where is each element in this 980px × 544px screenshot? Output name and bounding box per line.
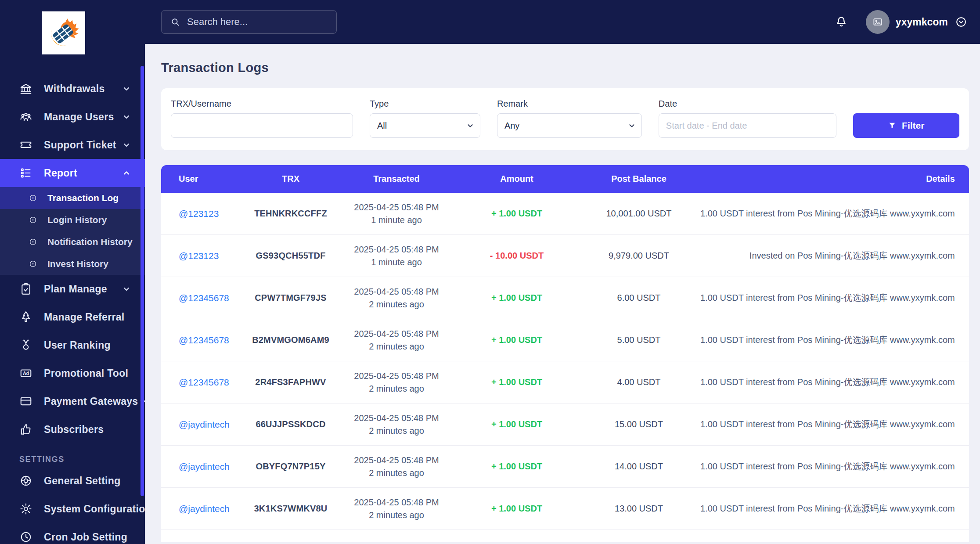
sidebar-item-cron-job-setting[interactable]: Cron Job Setting bbox=[0, 523, 145, 544]
transacted-date: 2025-04-25 05:48 PM bbox=[337, 243, 456, 256]
sidebar-item-label: User Ranking bbox=[44, 339, 132, 351]
post-balance-cell: 13.00 USDT bbox=[577, 504, 700, 514]
sidebar-item-general-setting[interactable]: General Setting bbox=[0, 467, 145, 495]
sidebar-item-system-configuration[interactable]: System Configuration bbox=[0, 495, 145, 523]
chevron-down-icon bbox=[121, 140, 132, 150]
user-link[interactable]: @jaydintech bbox=[179, 419, 230, 429]
sidebar-item-support-ticket[interactable]: Support Ticket bbox=[0, 131, 145, 159]
sidebar-item-user-ranking[interactable]: User Ranking bbox=[0, 331, 145, 359]
avatar[interactable] bbox=[866, 10, 890, 34]
sidebar-item-manage-referral[interactable]: Manage Referral bbox=[0, 303, 145, 331]
sidebar-item-label: Plan Manage bbox=[44, 283, 121, 295]
user-link[interactable]: @12345678 bbox=[179, 335, 229, 345]
transacted-cell: 2025-04-25 05:48 PM 2 minutes ago bbox=[337, 285, 456, 311]
sidebar-item-payment-gateways[interactable]: Payment Gateways bbox=[0, 387, 145, 415]
search-input[interactable] bbox=[187, 16, 328, 28]
user-link[interactable]: @jaydintech bbox=[179, 504, 230, 514]
circle-dot-icon bbox=[28, 259, 38, 269]
trx-code: B2MVMGOM6AM9 bbox=[245, 335, 337, 345]
column-transacted: Transacted bbox=[337, 174, 456, 184]
svg-text:Ad: Ad bbox=[23, 371, 29, 376]
sidebar-item-plan-manage[interactable]: Plan Manage bbox=[0, 275, 145, 303]
solar-logo-icon bbox=[45, 14, 83, 52]
sidebar-subitem-transaction-log[interactable]: Transaction Log bbox=[0, 187, 145, 209]
sidebar-item-manage-users[interactable]: Manage Users bbox=[0, 103, 145, 131]
sidebar-submenu: Transaction Log Login History Notificati… bbox=[0, 187, 145, 275]
date-range-input[interactable] bbox=[659, 113, 836, 138]
details-cell: 1.00 USDT interest from Pos Mining-优选源码库… bbox=[700, 334, 969, 346]
table-row: @123123 GS93QCH55TDF 2025-04-25 05:48 PM… bbox=[161, 235, 969, 277]
users-group-icon bbox=[19, 110, 32, 123]
sidebar-subitem-login-history[interactable]: Login History bbox=[0, 209, 145, 231]
chevron-down-icon bbox=[121, 284, 132, 294]
search-icon bbox=[169, 16, 181, 28]
remark-select[interactable]: Any bbox=[497, 113, 642, 138]
sidebar-scrollbar[interactable] bbox=[141, 66, 144, 496]
transacted-cell: 2025-04-25 05:48 PM 1 minute ago bbox=[337, 201, 456, 227]
username[interactable]: yxymkcom bbox=[896, 16, 948, 28]
sidebar-subitem-invest-history[interactable]: Invest History bbox=[0, 253, 145, 275]
image-placeholder-icon bbox=[872, 16, 883, 28]
brand-logo[interactable] bbox=[42, 11, 85, 54]
trx-code: 66UJJPSSKDCD bbox=[245, 419, 337, 429]
transacted-ago: 2 minutes ago bbox=[337, 509, 456, 522]
amount-cell: + 1.00 USDT bbox=[456, 461, 577, 472]
sidebar-item-label: Manage Referral bbox=[44, 311, 132, 323]
sidebar-subitem-notification-history[interactable]: Notification History bbox=[0, 231, 145, 253]
trx-code: CPW7TMGF79JS bbox=[245, 293, 337, 303]
transacted-cell: 2025-04-25 05:48 PM 2 minutes ago bbox=[337, 412, 456, 437]
trx-username-input[interactable] bbox=[171, 113, 353, 138]
transacted-ago: 2 minutes ago bbox=[337, 298, 456, 311]
thumb-up-icon bbox=[19, 423, 32, 436]
sidebar-item-subscribers[interactable]: Subscribers bbox=[0, 415, 145, 443]
transacted-date: 2025-04-25 05:48 PM bbox=[337, 370, 456, 382]
chevron-down-icon bbox=[121, 83, 132, 94]
amount-cell: + 1.00 USDT bbox=[456, 335, 577, 345]
filter-button[interactable]: Filter bbox=[853, 113, 959, 138]
circle-dot-icon bbox=[28, 237, 38, 247]
sidebar-item-withdrawals[interactable]: Withdrawals bbox=[0, 75, 145, 103]
transacted-cell: 2025-04-25 05:48 PM 2 minutes ago bbox=[337, 370, 456, 395]
transacted-ago: 1 minute ago bbox=[337, 214, 456, 227]
ad-icon: Ad bbox=[19, 367, 32, 380]
transacted-ago: 2 minutes ago bbox=[337, 425, 456, 437]
search-box[interactable] bbox=[161, 10, 337, 34]
details-cell: 1.00 USDT interest from Pos Mining-优选源码库… bbox=[700, 208, 969, 220]
sidebar-nav: Withdrawals Manage Users Support Ticket … bbox=[0, 75, 145, 443]
user-link[interactable]: @123123 bbox=[179, 209, 219, 219]
transacted-date: 2025-04-25 05:48 PM bbox=[337, 285, 456, 298]
user-link[interactable]: @jaydintech bbox=[179, 461, 230, 472]
sidebar-item-label: General Setting bbox=[44, 475, 132, 487]
circle-dot-icon bbox=[28, 215, 38, 225]
chevron-down-icon bbox=[121, 112, 132, 122]
amount-cell: + 1.00 USDT bbox=[456, 209, 577, 219]
notification-bell-icon[interactable] bbox=[834, 15, 848, 29]
table-row: @12345678 B2MVMGOM6AM9 2025-04-25 05:48 … bbox=[161, 319, 969, 361]
column-user: User bbox=[161, 174, 245, 184]
user-link[interactable]: @12345678 bbox=[179, 293, 229, 303]
topbar-right: yxymkcom bbox=[834, 10, 967, 34]
filter-panel: TRX/Username Type All Remark bbox=[161, 88, 969, 150]
sidebar-item-label: Manage Users bbox=[44, 111, 121, 123]
column-post-balance: Post Balance bbox=[577, 174, 700, 184]
type-select[interactable]: All bbox=[370, 113, 480, 138]
sidebar-settings-nav: General Setting System Configuration Cro… bbox=[0, 467, 145, 544]
sidebar-item-report[interactable]: Report bbox=[0, 159, 145, 187]
user-link[interactable]: @12345678 bbox=[179, 377, 229, 387]
chevron-down-circle-icon[interactable] bbox=[955, 16, 967, 28]
sidebar-subitem-label: Transaction Log bbox=[47, 193, 119, 203]
amount-cell: + 1.00 USDT bbox=[456, 504, 577, 514]
transacted-ago: 2 minutes ago bbox=[337, 382, 456, 395]
transacted-ago: 2 minutes ago bbox=[337, 340, 456, 353]
user-link[interactable]: @123123 bbox=[179, 251, 219, 261]
transacted-date: 2025-04-25 05:48 PM bbox=[337, 412, 456, 425]
page-title: Transaction Logs bbox=[161, 61, 969, 75]
list-icon bbox=[19, 166, 32, 180]
transacted-date: 2025-04-25 05:48 PM bbox=[337, 454, 456, 467]
sidebar-item-promotional-tool[interactable]: Ad Promotional Tool bbox=[0, 359, 145, 387]
trx-code: TEHNKRKCCFFZ bbox=[245, 209, 337, 219]
main-content: Transaction Logs TRX/Username Type All bbox=[145, 44, 980, 544]
details-cell: 1.00 USDT interest from Pos Mining-优选源码库… bbox=[700, 418, 969, 430]
sidebar-subitem-label: Notification History bbox=[47, 237, 133, 247]
trx-code: 2R4FS3FAPHWV bbox=[245, 377, 337, 387]
